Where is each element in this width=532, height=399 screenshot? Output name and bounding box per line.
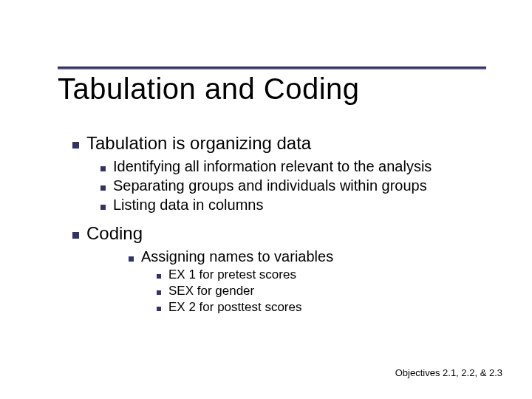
square-bullet-icon: [157, 307, 161, 311]
square-bullet-icon: [72, 142, 79, 149]
square-bullet-icon: [157, 290, 161, 295]
square-bullet-icon: [72, 232, 79, 239]
bullet-level3: Assigning names to variables: [129, 248, 486, 265]
bullet-level4: EX 1 for pretest scores: [157, 267, 486, 282]
bullet-level2: Listing data in columns: [100, 197, 486, 214]
square-bullet-icon: [129, 256, 134, 262]
bullet-level2: Identifying all information relevant to …: [100, 158, 486, 175]
square-bullet-icon: [100, 166, 106, 171]
square-bullet-icon: [100, 185, 106, 191]
slide-body: Tabulation is organizing data Identifyin…: [72, 133, 486, 316]
bullet-text: Identifying all information relevant to …: [113, 158, 432, 175]
bullet-level4: SEX for gender: [157, 284, 486, 299]
bullet-text: EX 1 for pretest scores: [168, 267, 296, 282]
bullet-level4: EX 2 for posttest scores: [157, 300, 486, 315]
slide-title: Tabulation and Coding: [58, 72, 360, 106]
bullet-text: EX 2 for posttest scores: [168, 300, 301, 315]
bullet-text: SEX for gender: [168, 284, 254, 299]
bullet-text: Tabulation is organizing data: [86, 133, 311, 154]
bullet-text: Assigning names to variables: [141, 248, 333, 265]
bullet-level2: Separating groups and individuals within…: [100, 177, 486, 194]
footer-text: Objectives 2.1, 2.2, & 2.3: [395, 367, 502, 378]
slide: Tabulation and Coding Tabulation is orga…: [0, 0, 532, 399]
square-bullet-icon: [100, 205, 106, 210]
bullet-text: Separating groups and individuals within…: [113, 177, 427, 194]
title-rule: [58, 66, 486, 69]
bullet-level1: Coding: [72, 223, 486, 244]
bullet-text: Listing data in columns: [113, 197, 263, 214]
bullet-level1: Tabulation is organizing data: [72, 133, 486, 154]
bullet-text: Coding: [86, 223, 143, 244]
square-bullet-icon: [157, 274, 161, 279]
